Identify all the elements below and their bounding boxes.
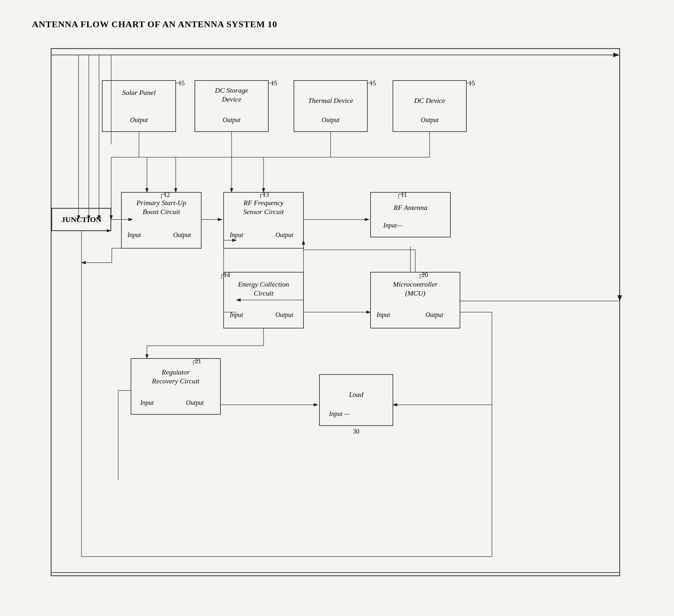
regulator-output: Output [186,399,204,406]
svg-rect-12 [393,81,466,132]
energy-output: Output [275,311,293,319]
dc-storage-label: DC Storage [215,86,248,94]
load-label: Load [348,390,363,398]
load-ref: 30 [353,428,359,435]
dc-device-output: Output [421,116,439,124]
regulator-label2: Recovery Circuit [152,377,200,385]
energy-label2: Circuit [254,289,273,297]
regulator-input: Input [140,399,154,406]
svg-rect-22 [370,192,450,237]
thermal-label: Thermal Device [308,97,353,104]
mcu-label1: Microcontroller [392,280,438,288]
mcu-ref: 20 [422,271,428,278]
svg-rect-3 [102,81,176,132]
solar-panel-label: Solar Panel [122,89,156,97]
energy-ref: 14 [224,271,230,278]
dc-storage-output: Output [223,116,240,124]
rf-sensor-label1: RF Frequency [243,199,284,207]
junction-label: JUNCTION [61,215,102,224]
rf-sensor-label2: Sensor Circuit [243,208,284,216]
diagram-container: ANTENNA FLOW CHART OF AN ANTENNA SYSTEM … [32,19,639,594]
rf-antenna-input: Input— [383,222,403,229]
thermal-output: Output [322,116,340,124]
boost-input: Input [127,231,141,239]
energy-label1: Energy Collection [238,280,289,288]
page-title: ANTENNA FLOW CHART OF AN ANTENNA SYSTEM … [32,19,639,29]
rf-antenna-ref: 11 [401,191,407,198]
boost-output: Output [173,231,191,239]
svg-rect-9 [294,81,367,132]
rf-antenna-label: RF Antenna [393,204,427,211]
mcu-label2: (MCU) [405,289,426,297]
solar-panel-output: Output [130,116,148,124]
dc-device-label: DC Device [414,97,445,104]
regulator-label1: Regulator [161,368,190,376]
dc-storage-label2: Device [221,95,241,103]
rf-sensor-input: Input [229,231,243,239]
boost-ref: 12 [163,191,170,198]
load-input: Input — [329,410,350,418]
regulator-ref: 21 [195,357,201,365]
svg-rect-34 [319,375,393,426]
boost-label2: Boost Circuit [142,208,180,216]
boost-label1: Primary Start-Up [136,199,186,207]
rf-sensor-output: Output [275,231,293,239]
mcu-output: Output [426,311,443,319]
mcu-input: Input [376,311,390,319]
